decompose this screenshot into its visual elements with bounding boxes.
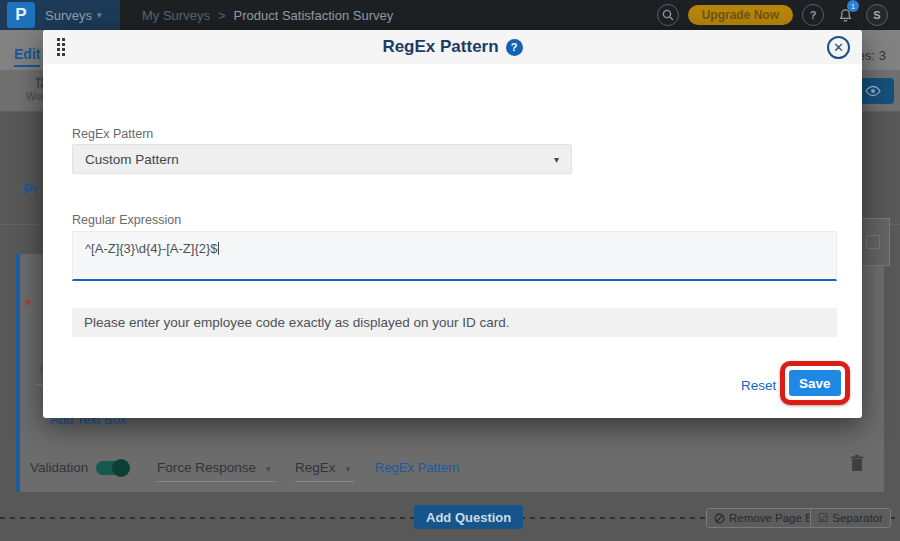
user-avatar[interactable]: S bbox=[866, 4, 888, 26]
chevron-down-icon: ▾ bbox=[266, 464, 271, 474]
topbar-actions: Upgrade Now ? 1 S bbox=[657, 3, 900, 27]
save-highlight-annotation: Save bbox=[780, 361, 850, 405]
add-question-button[interactable]: Add Question bbox=[414, 505, 523, 529]
delete-question-button[interactable] bbox=[849, 454, 865, 477]
text-caret bbox=[218, 242, 219, 255]
breadcrumb-my-surveys[interactable]: My Surveys bbox=[142, 8, 210, 23]
modal-header: RegEx Pattern ? ✕ bbox=[43, 30, 862, 64]
modal-title-text: RegEx Pattern bbox=[382, 37, 498, 57]
search-button[interactable] bbox=[657, 4, 679, 26]
regex-pattern-link[interactable]: RegEx Pattern bbox=[375, 460, 460, 475]
broken-link-icon bbox=[714, 513, 725, 524]
chevron-down-icon: ▾ bbox=[554, 154, 559, 165]
regex-dropdown-label: RegEx bbox=[295, 460, 336, 475]
force-response-dropdown[interactable]: Force Response▾ bbox=[157, 460, 275, 482]
breadcrumb: My Surveys > Product Satisfaction Survey bbox=[142, 8, 393, 23]
breadcrumb-current-survey: Product Satisfaction Survey bbox=[234, 8, 394, 23]
pattern-field-label: RegEx Pattern bbox=[72, 127, 153, 141]
upgrade-now-button[interactable]: Upgrade Now bbox=[688, 5, 793, 25]
validation-message-input[interactable] bbox=[72, 308, 837, 337]
validation-label: Validation bbox=[30, 460, 88, 475]
eye-icon bbox=[865, 85, 881, 97]
search-icon bbox=[662, 9, 674, 21]
trash-icon bbox=[849, 454, 865, 473]
notification-badge: 1 bbox=[847, 0, 859, 12]
checkbox-icon: ☑ bbox=[818, 511, 828, 525]
proprofs-logo[interactable]: P bbox=[7, 2, 35, 28]
regex-dropdown[interactable]: RegEx▾ bbox=[295, 460, 354, 482]
help-icon[interactable]: ? bbox=[506, 39, 523, 56]
save-button[interactable]: Save bbox=[789, 370, 841, 396]
responses-count[interactable]: es: 3 bbox=[858, 48, 886, 63]
regex-pattern-modal: RegEx Pattern ? ✕ RegEx Pattern Custom P… bbox=[43, 30, 862, 418]
regex-value: ^[A-Z]{3}\d{4}-[A-Z]{2}$ bbox=[85, 241, 218, 256]
breadcrumb-separator: > bbox=[218, 8, 226, 23]
top-navigation-bar: P Surveys ▾ My Surveys > Product Satisfa… bbox=[0, 0, 900, 30]
pattern-selected-value: Custom Pattern bbox=[85, 152, 179, 167]
modal-title: RegEx Pattern ? bbox=[382, 37, 522, 57]
separator-button[interactable]: ☑ Separator bbox=[810, 508, 891, 528]
chevron-down-icon: ▾ bbox=[346, 464, 351, 474]
chevron-down-icon: ▾ bbox=[97, 10, 102, 20]
placeholder-icon bbox=[866, 235, 880, 249]
notifications-button[interactable]: 1 bbox=[833, 3, 857, 27]
validation-toggle[interactable] bbox=[96, 461, 128, 475]
product-menu[interactable]: Surveys bbox=[45, 8, 92, 23]
close-icon[interactable]: ✕ bbox=[827, 36, 850, 59]
reset-link[interactable]: Reset bbox=[741, 378, 776, 393]
product-nav-section: P Surveys ▾ bbox=[0, 0, 120, 30]
separator-label: Separator bbox=[832, 512, 883, 524]
toggle-knob bbox=[112, 459, 130, 477]
pattern-select[interactable]: Custom Pattern ▾ bbox=[72, 144, 572, 174]
required-marker: * bbox=[25, 297, 31, 315]
help-button[interactable]: ? bbox=[802, 4, 824, 26]
drag-handle[interactable] bbox=[57, 38, 65, 56]
regex-field-label: Regular Expression bbox=[72, 213, 181, 227]
force-response-label: Force Response bbox=[157, 460, 256, 475]
regex-input[interactable]: ^[A-Z]{3}\d{4}-[A-Z]{2}$ bbox=[72, 231, 837, 281]
survey-title-fragment: Pr bbox=[23, 180, 39, 197]
tab-edit[interactable]: Edit bbox=[14, 46, 40, 62]
